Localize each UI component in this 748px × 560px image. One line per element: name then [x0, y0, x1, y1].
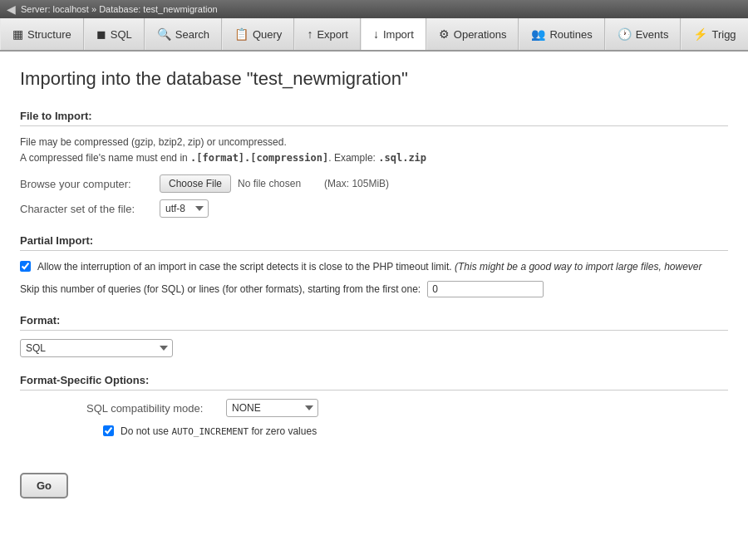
- allow-interrupt-checkbox[interactable]: [20, 261, 31, 272]
- browse-row: Browse your computer: Choose File No fil…: [20, 174, 728, 193]
- skip-label: Skip this number of queries (for SQL) or…: [20, 283, 421, 295]
- query-icon: 📋: [234, 27, 249, 41]
- titlebar: ◀ Server: localhost » Database: test_new…: [0, 0, 748, 18]
- sql-icon: ◼: [96, 27, 106, 41]
- tabbar: ▦ Structure ◼ SQL 🔍 Search 📋 Query ↑ Exp…: [0, 18, 748, 52]
- events-icon: 🕐: [618, 27, 632, 41]
- tab-import[interactable]: ↓ Import: [361, 18, 426, 52]
- no-auto-inc-row: Do not use AUTO_INCREMENT for zero value…: [20, 424, 728, 440]
- tab-trigg[interactable]: ⚡ Trigg: [681, 18, 748, 50]
- operations-icon: ⚙: [439, 27, 450, 41]
- allow-interrupt-row: Allow the interruption of an import in c…: [20, 259, 728, 274]
- skip-input[interactable]: [427, 281, 544, 297]
- tab-structure[interactable]: ▦ Structure: [0, 18, 84, 50]
- compat-mode-label: SQL compatibility mode:: [86, 402, 219, 415]
- breadcrumb: Server: localhost » Database: test_newmi…: [21, 4, 218, 14]
- skip-row: Skip this number of queries (for SQL) or…: [20, 281, 728, 297]
- no-file-text: No file chosen: [238, 178, 301, 189]
- import-icon: ↓: [373, 27, 379, 41]
- format-options-header: Format-Specific Options:: [20, 374, 728, 391]
- tab-export-label: Export: [317, 28, 348, 41]
- page-title: Importing into the database "test_newmig…: [20, 68, 728, 90]
- charset-row: Character set of the file: utf-8 utf-16 …: [20, 199, 728, 218]
- info-example: .sql.zip: [378, 152, 426, 164]
- tab-operations-label: Operations: [454, 28, 507, 41]
- main-content: Importing into the database "test_newmig…: [0, 52, 748, 560]
- tab-query[interactable]: 📋 Query: [222, 18, 294, 50]
- tab-events[interactable]: 🕐 Events: [605, 18, 682, 50]
- max-size-text: (Max: 105MiB): [324, 178, 389, 189]
- partial-import-header: Partial Import:: [20, 234, 728, 251]
- tab-sql[interactable]: ◼ SQL: [84, 18, 145, 50]
- back-button[interactable]: ◀: [7, 2, 16, 16]
- routines-icon: 👥: [531, 27, 545, 41]
- info-example-prefix: . Example:: [328, 152, 378, 164]
- tab-trigg-label: Trigg: [711, 28, 736, 41]
- format-section: Format: SQL CSV CSV using LOAD DATA JSON…: [20, 314, 728, 357]
- tab-events-label: Events: [636, 28, 669, 41]
- partial-import-section: Partial Import: Allow the interruption o…: [20, 234, 728, 297]
- tab-import-label: Import: [383, 28, 414, 41]
- info-format: .[format].[compression]: [190, 152, 328, 164]
- info-line1: File may be compressed (gzip, bzip2, zip…: [20, 136, 287, 148]
- tab-routines-label: Routines: [549, 28, 592, 41]
- tab-routines[interactable]: 👥 Routines: [519, 18, 604, 50]
- charset-label: Character set of the file:: [20, 203, 153, 215]
- browse-label: Browse your computer:: [20, 178, 153, 190]
- file-import-header: File to Import:: [20, 110, 728, 126]
- info-line2: A compressed file's name must end in: [20, 152, 190, 164]
- export-icon: ↑: [307, 27, 312, 41]
- search-icon: 🔍: [157, 27, 171, 41]
- file-import-section: File to Import: File may be compressed (…: [20, 110, 728, 218]
- tab-search[interactable]: 🔍 Search: [145, 18, 222, 50]
- choose-file-button[interactable]: Choose File: [160, 174, 231, 193]
- tab-search-label: Search: [175, 28, 209, 41]
- no-auto-inc-checkbox[interactable]: [103, 425, 114, 436]
- structure-icon: ▦: [12, 27, 23, 41]
- compat-mode-select[interactable]: NONE ANSI DB2 MAXDB MYSQL323 MYSQL40 MSS…: [226, 399, 318, 417]
- tab-operations[interactable]: ⚙ Operations: [426, 18, 519, 50]
- format-header: Format:: [20, 314, 728, 331]
- charset-select[interactable]: utf-8 utf-16 latin1 ascii: [160, 199, 209, 218]
- format-select[interactable]: SQL CSV CSV using LOAD DATA JSON ODS Ope…: [20, 339, 173, 357]
- tab-query-label: Query: [253, 28, 282, 41]
- no-auto-inc-label: Do not use AUTO_INCREMENT for zero value…: [121, 424, 317, 440]
- format-select-wrap: SQL CSV CSV using LOAD DATA JSON ODS Ope…: [20, 339, 728, 357]
- compat-mode-row: SQL compatibility mode: NONE ANSI DB2 MA…: [20, 399, 728, 417]
- tab-structure-label: Structure: [27, 28, 71, 41]
- allow-interrupt-label: Allow the interruption of an import in c…: [37, 259, 701, 274]
- tab-sql-label: SQL: [111, 28, 132, 41]
- tab-export[interactable]: ↑ Export: [294, 18, 361, 50]
- file-info-text: File may be compressed (gzip, bzip2, zip…: [20, 135, 728, 166]
- go-button[interactable]: Go: [20, 473, 68, 499]
- format-options-section: Format-Specific Options: SQL compatibili…: [20, 374, 728, 440]
- trigg-icon: ⚡: [693, 27, 707, 41]
